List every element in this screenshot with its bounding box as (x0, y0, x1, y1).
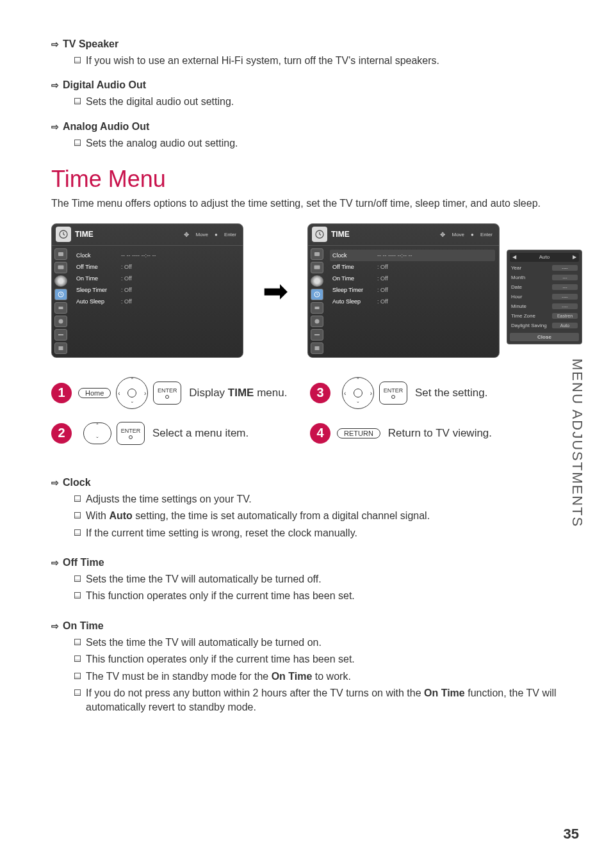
arrow-icon: ⇨ (51, 478, 59, 488)
osd-row-label: Off Time (76, 264, 121, 270)
sidebar-icon-1 (311, 248, 323, 260)
bullet-icon (74, 575, 81, 582)
osd-row: Auto Sleep: Off (76, 296, 236, 307)
svg-rect-6 (58, 334, 63, 335)
osd-row-label: Auto Sleep (76, 298, 121, 305)
arrow-icon: ⇨ (51, 39, 59, 49)
bullet-text: With Auto setting, the time is set autom… (86, 509, 566, 523)
popup-row: Daylight SavingAuto (510, 321, 579, 330)
sidebar-icon-clock (54, 289, 67, 300)
osd-row-value: -- -- ---- --:-- -- (377, 252, 412, 259)
section-header: ⇨Clock (51, 477, 566, 488)
popup-close-button: Close (510, 333, 579, 341)
left-arrow-icon: ◀ (512, 254, 516, 260)
bullet-row: If the current time setting is wrong, re… (51, 526, 566, 540)
osd-row-value: : Off (377, 298, 388, 305)
bullet-text: Sets the time the TV will automatically … (86, 636, 566, 650)
bullet-text: This function operates only if the curre… (86, 652, 566, 666)
osd-row-label: Off Time (332, 264, 377, 270)
arrow-icon: ⇨ (51, 122, 59, 132)
osd-row-value: -- -- ---- --:-- -- (121, 252, 156, 259)
svg-rect-1 (58, 252, 63, 256)
osd-row-value: : Off (121, 298, 132, 305)
bullet-text: The TV must be in standby mode for the O… (86, 670, 566, 684)
popup-row-label: Hour (511, 294, 522, 300)
osd-row: Auto Sleep: Off (332, 296, 493, 307)
svg-point-13 (315, 319, 320, 323)
osd-row-value: : Off (377, 287, 388, 293)
sidebar-icon-5 (54, 302, 67, 314)
sidebar-icon-2 (54, 262, 67, 273)
bullet-icon (74, 592, 81, 599)
popup-row: Month--- (510, 273, 579, 282)
section-title: TV Speaker (63, 38, 118, 50)
side-tab: MENU ADJUSTMENTS (569, 358, 585, 527)
popup-row-value: ---- (552, 294, 578, 300)
svg-rect-4 (59, 307, 63, 309)
section-header: ⇨Digital Audio Out (51, 79, 566, 91)
bullet-icon (74, 673, 81, 679)
osd-panel-left: TIME ✥Move ●Enter Clock-- -- ---- --:-- … (51, 223, 243, 358)
clock-popup: ◀ Auto ▶ Year----Month---Date---Hour----… (507, 250, 582, 344)
popup-row-label: Time Zone (511, 313, 535, 319)
svg-rect-12 (315, 307, 320, 309)
sidebar-icon-7 (311, 329, 323, 341)
popup-row-value: --- (552, 284, 578, 290)
osd-row-label: Auto Sleep (332, 298, 377, 305)
step-3-badge: 3 (310, 383, 330, 403)
osd-title: TIME (75, 230, 94, 239)
bullet-icon (74, 655, 81, 662)
svg-rect-10 (314, 265, 320, 269)
osd-title: TIME (331, 230, 350, 239)
bullet-icon (74, 689, 81, 696)
sidebar-icon-clock (311, 289, 323, 300)
move-icon: ✥ (184, 231, 189, 238)
bullet-text: If you wish to use an external Hi-Fi sys… (86, 54, 566, 68)
bullet-row: The TV must be in standby mode for the O… (51, 670, 566, 684)
enter-dot-icon: ● (215, 232, 218, 237)
osd-row-label: On Time (332, 275, 377, 282)
sidebar-icon-6 (311, 316, 323, 327)
dpad-icon: ˆˇ‹› (342, 377, 374, 409)
popup-row: Date--- (510, 282, 579, 292)
step-2: 2 ˆˇ ENTER Select a menu item. (51, 422, 307, 445)
osd-row: Clock-- -- ---- --:-- -- (330, 250, 495, 261)
osd-row: Sleep Timer: Off (76, 284, 236, 296)
step-3: 3 ˆˇ‹› ENTER Set the setting. (310, 377, 566, 409)
sidebar-icon-disc (311, 275, 323, 287)
section-item: ⇨ClockAdjusts the time settings on your … (51, 477, 566, 540)
bullet-row: Sets the analog audio out setting. (51, 136, 566, 150)
popup-row-label: Daylight Saving (511, 323, 547, 328)
sidebar-icon-6 (54, 316, 67, 327)
section-title: Clock (63, 477, 91, 488)
bullet-icon (74, 512, 81, 518)
osd-row-value: : Off (121, 287, 132, 293)
bullet-row: With Auto setting, the time is set autom… (51, 509, 566, 523)
section-item: ⇨On TimeSets the time the TV will automa… (51, 620, 566, 715)
bullet-text: Adjusts the time settings on your TV. (86, 492, 566, 506)
osd-row-value: : Off (377, 275, 388, 282)
osd-row-value: : Off (121, 264, 132, 270)
popup-top-selector: ◀ Auto ▶ (510, 253, 579, 262)
section-item: ⇨Off TimeSets the time the TV will autom… (51, 557, 566, 604)
osd-hints: ✥Move ●Enter (440, 231, 493, 238)
bullet-text: Sets the digital audio out setting. (86, 95, 566, 109)
step-1-badge: 1 (51, 383, 72, 403)
section-item: ⇨Analog Audio OutSets the analog audio o… (51, 121, 566, 150)
bullet-row: This function operates only if the curre… (51, 652, 566, 666)
bullet-icon (74, 529, 81, 536)
section-header: ⇨Off Time (51, 557, 566, 568)
popup-row-value: Auto (552, 323, 578, 328)
popup-row: Time ZoneEastren (510, 311, 579, 321)
right-arrow-icon: ▶ (573, 254, 576, 260)
osd-sidebar (308, 246, 326, 357)
osd-illustration-row: TIME ✥Move ●Enter Clock-- -- ---- --:-- … (51, 223, 566, 358)
arrow-icon: ⇨ (51, 621, 59, 631)
steps: 1 Home ˆˇ‹› ENTER Display TIME menu. 3 ˆ… (51, 377, 566, 445)
top-sections: ⇨TV SpeakerIf you wish to use an externa… (51, 38, 566, 150)
bullet-text: This function operates only if the curre… (86, 589, 566, 603)
osd-row: Off Time: Off (76, 261, 236, 273)
popup-row-value: Eastren (552, 313, 578, 319)
bullet-icon (74, 495, 81, 502)
popup-row-label: Date (511, 284, 522, 290)
